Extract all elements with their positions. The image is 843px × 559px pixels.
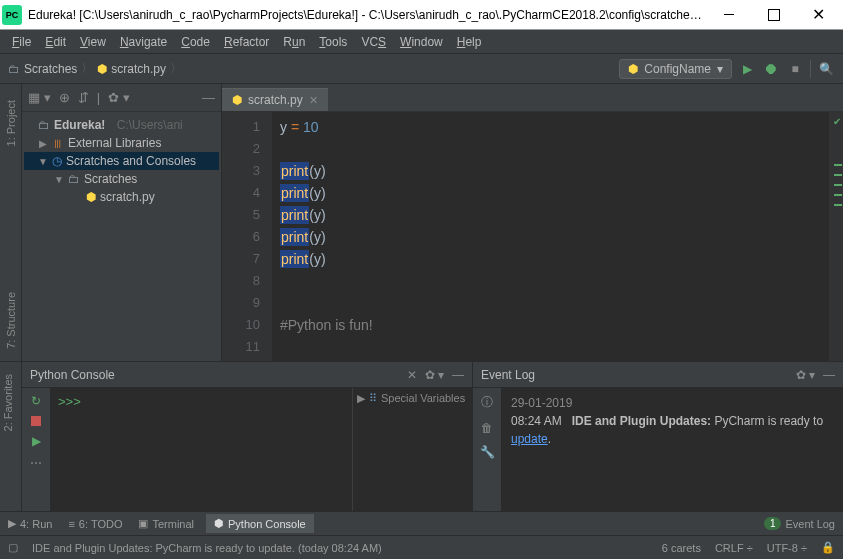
python-file-icon: ⬢ (86, 190, 96, 204)
menu-tools[interactable]: Tools (313, 33, 353, 51)
tree-row-file[interactable]: ⬢ scratch.py (24, 188, 219, 206)
event-log-tab[interactable]: 1 Event Log (764, 517, 835, 530)
menu-code[interactable]: Code (175, 33, 216, 51)
gear-icon[interactable]: ✿ ▾ (108, 90, 130, 105)
expand-icon[interactable]: ▶ (38, 138, 48, 149)
event-content: 29-01-2019 08:24 AM IDE and Plugin Updat… (501, 388, 843, 511)
left-tool-stripe: 1: Project 7: Structure (0, 84, 22, 361)
tab-label: scratch.py (248, 93, 303, 107)
search-icon[interactable]: 🔍 (817, 60, 835, 78)
structure-toolwindow-tab[interactable]: 7: Structure (3, 280, 19, 361)
hide-icon[interactable]: — (452, 368, 464, 382)
library-icon: ⫼ (52, 136, 64, 150)
panel-title: Python Console (30, 368, 403, 382)
breadcrumb-item[interactable]: Scratches (24, 62, 77, 76)
console-input[interactable]: >>> (50, 388, 352, 511)
python-console-panel: Python Console ✕ ✿ ▾ — ↻ ▶ ⋯ >>> ▶ ⠿ Spe… (22, 362, 473, 511)
more-icon[interactable]: ⋯ (30, 456, 42, 470)
close-button[interactable]: ✕ (796, 1, 841, 29)
variables-pane[interactable]: ▶ ⠿ Special Variables (352, 388, 472, 511)
tree-row-scratches-consoles[interactable]: ▼ ◷ Scratches and Consoles (24, 152, 219, 170)
collapse-icon[interactable]: ⇵ (78, 90, 89, 105)
favorites-toolwindow-tab[interactable]: 2: Favorites (0, 362, 16, 443)
marker[interactable] (834, 204, 842, 206)
run-button[interactable]: ▶ (738, 60, 756, 78)
menu-refactor[interactable]: Refactor (218, 33, 275, 51)
project-toolwindow-tab[interactable]: 1: Project (3, 88, 19, 158)
maximize-button[interactable] (751, 1, 796, 29)
terminal-tab[interactable]: ▣ Terminal (138, 517, 194, 530)
marker[interactable] (834, 184, 842, 186)
chevron-down-icon: ▾ (717, 62, 723, 76)
close-panel-icon[interactable]: ✕ (407, 368, 417, 382)
editor-tab[interactable]: ⬢ scratch.py ✕ (222, 88, 328, 111)
menu-run[interactable]: Run (277, 33, 311, 51)
close-tab-icon[interactable]: ✕ (309, 94, 318, 107)
line-gutter: 123456789101112 (222, 112, 272, 361)
menu-edit[interactable]: Edit (39, 33, 72, 51)
statusbar: ▢ IDE and Plugin Updates: PyCharm is rea… (0, 535, 843, 559)
project-tree[interactable]: 🗀 Edureka! C:\Users\ani ▶ ⫼ External Lib… (22, 112, 221, 361)
navbar: 🗀 Scratches 〉 ⬢ scratch.py 〉 ⬢ ConfigNam… (0, 54, 843, 84)
editor-body[interactable]: 123456789101112 y = 10 print(y) print(y)… (222, 112, 843, 361)
app-icon: PC (2, 5, 22, 25)
status-message: IDE and Plugin Updates: PyCharm is ready… (32, 542, 382, 554)
breadcrumb-item[interactable]: scratch.py (111, 62, 166, 76)
event-entry: 08:24 AM IDE and Plugin Updates: PyCharm… (511, 412, 833, 448)
minimize-button[interactable] (706, 1, 751, 29)
menu-vcs[interactable]: VCS (355, 33, 392, 51)
run-config-dropdown[interactable]: ⬢ ConfigName ▾ (619, 59, 732, 79)
bottom-panels: 2: Favorites Python Console ✕ ✿ ▾ — ↻ ▶ … (0, 361, 843, 511)
editor-tabs: ⬢ scratch.py ✕ (222, 84, 843, 112)
panel-title: Event Log (481, 368, 788, 382)
readonly-icon[interactable]: 🔒 (821, 541, 835, 554)
hide-icon[interactable]: — (202, 90, 215, 105)
error-stripe[interactable]: ✔ (829, 112, 843, 361)
caret-info[interactable]: 6 carets (662, 542, 701, 554)
scratches-icon: ◷ (52, 154, 62, 168)
gear-icon[interactable]: ✿ ▾ (796, 368, 815, 382)
info-icon[interactable]: ⓘ (481, 394, 493, 411)
toolwindow-toggle-icon[interactable]: ▢ (8, 541, 18, 554)
gear-icon[interactable]: ✿ ▾ (425, 368, 444, 382)
wrench-icon[interactable]: 🔧 (480, 445, 495, 459)
menu-navigate[interactable]: Navigate (114, 33, 173, 51)
menu-window[interactable]: Window (394, 33, 449, 51)
stop-icon[interactable] (31, 416, 41, 426)
menu-file[interactable]: File (6, 33, 37, 51)
menu-help[interactable]: Help (451, 33, 488, 51)
marker[interactable] (834, 164, 842, 166)
view-mode-icon[interactable]: ▦ ▾ (28, 90, 51, 105)
rerun-icon[interactable]: ↻ (31, 394, 41, 408)
expand-icon[interactable]: ▶ (357, 392, 365, 405)
window-title: Edureka! [C:\Users\anirudh_c_rao\Pycharm… (28, 8, 706, 22)
tree-row-scratches[interactable]: ▼ 🗀 Scratches (24, 170, 219, 188)
breadcrumb: 🗀 Scratches 〉 ⬢ scratch.py 〉 (8, 60, 619, 77)
encoding[interactable]: UTF-8 ÷ (767, 542, 807, 554)
marker[interactable] (834, 174, 842, 176)
menu-view[interactable]: View (74, 33, 112, 51)
collapse-icon[interactable]: ▼ (38, 156, 48, 167)
marker[interactable] (834, 194, 842, 196)
code-area[interactable]: y = 10 print(y) print(y) print(y) print(… (272, 112, 829, 361)
folder-icon: 🗀 (8, 62, 20, 76)
update-link[interactable]: update (511, 432, 548, 446)
line-sep[interactable]: CRLF ÷ (715, 542, 753, 554)
left-tool-stripe-bottom: 2: Favorites (0, 362, 22, 511)
chevron-right-icon: 〉 (81, 60, 93, 77)
trash-icon[interactable]: 🗑 (481, 421, 493, 435)
python-console-tab[interactable]: ⬢ Python Console (206, 514, 314, 533)
vars-icon: ⠿ (369, 392, 377, 405)
editor-area: ⬢ scratch.py ✕ 123456789101112 y = 10 pr… (222, 84, 843, 361)
todo-tab[interactable]: ≡ 6: TODO (68, 518, 122, 530)
folder-icon: 🗀 (38, 118, 50, 132)
debug-button[interactable]: ⯃ (762, 60, 780, 78)
tree-row-project[interactable]: 🗀 Edureka! C:\Users\ani (24, 116, 219, 134)
execute-icon[interactable]: ▶ (32, 434, 41, 448)
collapse-icon[interactable]: ▼ (54, 174, 64, 185)
stop-button[interactable]: ■ (786, 60, 804, 78)
run-tab[interactable]: ▶ 4: Run (8, 517, 52, 530)
hide-icon[interactable]: — (823, 368, 835, 382)
tree-row-libs[interactable]: ▶ ⫼ External Libraries (24, 134, 219, 152)
locate-icon[interactable]: ⊕ (59, 90, 70, 105)
